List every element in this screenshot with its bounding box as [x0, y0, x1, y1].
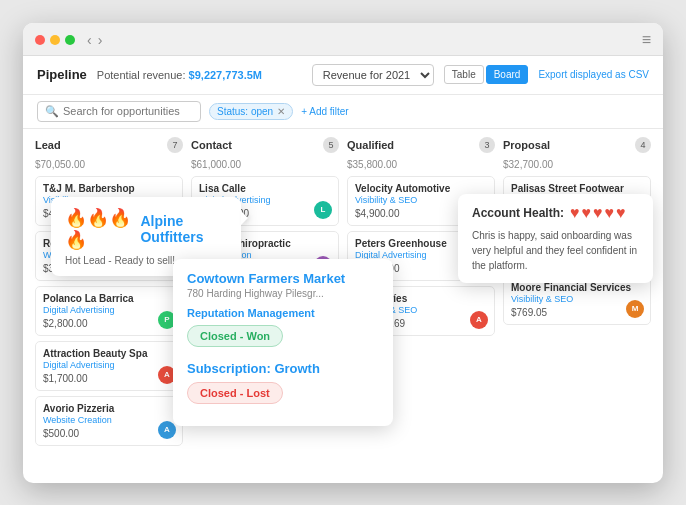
add-filter-button[interactable]: + Add filter [301, 106, 349, 117]
forward-button[interactable]: › [98, 32, 103, 48]
cowtown-tooltip: Cowtown Farmers Market 780 Harding Highw… [173, 259, 393, 426]
cowtown-address: 780 Harding Highway Pilesgr... [187, 288, 379, 299]
flames-icon: 🔥🔥🔥🔥 [65, 207, 134, 251]
table-view-button[interactable]: Table [444, 65, 484, 84]
lead-col-header: Lead 7 [35, 137, 183, 153]
back-button[interactable]: ‹ [87, 32, 92, 48]
search-icon: 🔍 [45, 105, 59, 118]
proposal-column: Proposal 4 $32,700.00 Palisas Street Foo… [503, 137, 651, 475]
proposal-col-title: Proposal [503, 139, 550, 151]
lead-col-total: $70,050.00 [35, 159, 183, 170]
avatar: A [470, 311, 488, 329]
view-toggle: Table Board [444, 65, 529, 84]
avatar: L [314, 201, 332, 219]
lead-col-count: 7 [167, 137, 183, 153]
account-health-tooltip: Account Health: ♥♥♥♥♥ Chris is happy, sa… [458, 194, 653, 283]
contact-col-count: 5 [323, 137, 339, 153]
health-text: Chris is happy, said onboarding was very… [472, 228, 639, 273]
status-badge-close[interactable]: ✕ [277, 106, 285, 117]
proposal-col-header: Proposal 4 [503, 137, 651, 153]
minimize-dot[interactable] [50, 35, 60, 45]
top-bar: Pipeline Potential revenue: $9,227,773.5… [23, 56, 663, 95]
table-row[interactable]: Polanco La Barrica Digital Advertising $… [35, 286, 183, 336]
pipeline-label: Pipeline [37, 67, 87, 82]
browser-chrome: ‹ › ≡ [23, 23, 663, 56]
avatar: M [626, 300, 644, 318]
table-row[interactable]: Avorio Pizzeria Website Creation $500.00… [35, 396, 183, 446]
qualified-col-count: 3 [479, 137, 495, 153]
status-badge: Status: open ✕ [209, 103, 293, 120]
menu-icon[interactable]: ≡ [642, 31, 651, 49]
revenue-value: $9,227,773.5M [189, 69, 262, 81]
table-row[interactable]: Attraction Beauty Spa Digital Advertisin… [35, 341, 183, 391]
cowtown-sub-title: Subscription: Growth [187, 361, 379, 376]
board-area: Lead 7 $70,050.00 T&J M. Barbershop Visi… [23, 129, 663, 483]
proposal-col-total: $32,700.00 [503, 159, 651, 170]
qualified-col-header: Qualified 3 [347, 137, 495, 153]
qualified-col-total: $35,800.00 [347, 159, 495, 170]
lead-column: Lead 7 $70,050.00 T&J M. Barbershop Visi… [35, 137, 183, 475]
hearts-icon: ♥♥♥♥♥ [570, 204, 628, 222]
closed-lost-badge: Closed - Lost [187, 382, 283, 404]
lead-col-title: Lead [35, 139, 61, 151]
contact-col-header: Contact 5 [191, 137, 339, 153]
filter-bar: 🔍 Status: open ✕ + Add filter [23, 95, 663, 129]
cowtown-service: Reputation Management [187, 307, 379, 319]
closed-won-badge: Closed - Won [187, 325, 283, 347]
browser-nav: ‹ › [87, 32, 102, 48]
search-input[interactable] [63, 105, 193, 117]
contact-col-total: $61,000.00 [191, 159, 339, 170]
browser-dots [35, 35, 75, 45]
avatar: A [158, 421, 176, 439]
maximize-dot[interactable] [65, 35, 75, 45]
app-content: Pipeline Potential revenue: $9,227,773.5… [23, 56, 663, 483]
potential-revenue-label: Potential revenue: $9,227,773.5M [97, 69, 262, 81]
revenue-select[interactable]: Revenue for 2021 [312, 64, 434, 86]
contact-col-title: Contact [191, 139, 232, 151]
browser-window: ‹ › ≡ Pipeline Potential revenue: $9,227… [23, 23, 663, 483]
proposal-col-count: 4 [635, 137, 651, 153]
search-box: 🔍 [37, 101, 201, 122]
cowtown-title: Cowtown Farmers Market [187, 271, 379, 286]
qualified-col-title: Qualified [347, 139, 394, 151]
close-dot[interactable] [35, 35, 45, 45]
health-title: Account Health: [472, 206, 564, 220]
board-view-button[interactable]: Board [486, 65, 529, 84]
alpine-title: Alpine Outfitters [140, 213, 227, 245]
export-link[interactable]: Export displayed as CSV [538, 69, 649, 80]
